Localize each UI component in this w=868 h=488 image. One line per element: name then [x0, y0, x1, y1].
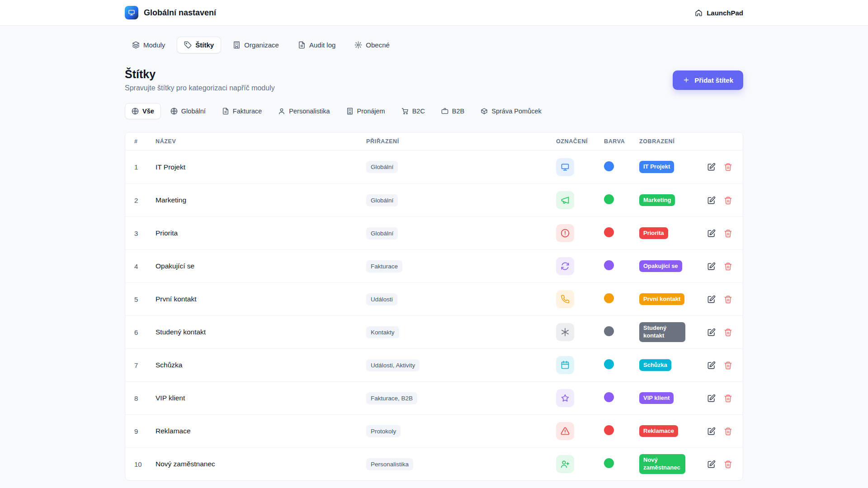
- mark-chip: [556, 323, 574, 341]
- add-tag-button[interactable]: Přidat štítek: [673, 70, 743, 90]
- plus-icon: [683, 76, 690, 84]
- app-title: Globální nastavení: [144, 8, 216, 18]
- filter-label: Personalistika: [289, 108, 330, 115]
- edit-button[interactable]: [707, 460, 716, 469]
- file-text-icon: [222, 108, 229, 115]
- tab-label: Audit log: [309, 41, 335, 49]
- row-number: 3: [134, 230, 156, 237]
- mark-cell: [556, 158, 604, 176]
- color-dot: [604, 425, 614, 435]
- filter-pronajem[interactable]: Pronájem: [340, 103, 392, 119]
- assignment-chip: Události: [366, 293, 397, 305]
- edit-button[interactable]: [707, 196, 716, 205]
- mark-cell: [556, 191, 604, 209]
- delete-button[interactable]: [724, 460, 732, 469]
- edit-button[interactable]: [707, 163, 716, 171]
- edit-button[interactable]: [707, 295, 716, 304]
- delete-button[interactable]: [724, 163, 732, 171]
- display-badge: Studený kontakt: [639, 322, 685, 342]
- tab-moduly[interactable]: Moduly: [125, 37, 172, 53]
- delete-button[interactable]: [724, 328, 732, 337]
- alert-circle-icon: [561, 229, 570, 238]
- display-cell: Marketing: [639, 194, 707, 206]
- trash-icon: [724, 163, 732, 171]
- assignment-chip: Globální: [366, 227, 398, 239]
- delete-button[interactable]: [724, 394, 732, 403]
- display-cell: IT Projekt: [639, 161, 707, 173]
- assignment-cell: Personalistika: [366, 458, 556, 470]
- delete-button[interactable]: [724, 361, 732, 370]
- layers-icon: [132, 41, 140, 49]
- tab-label: Organizace: [244, 41, 279, 49]
- edit-icon: [707, 427, 716, 436]
- launchpad-link[interactable]: LaunchPad: [695, 9, 743, 17]
- assignment-cell: Události, Aktivity: [366, 359, 556, 371]
- delete-button[interactable]: [724, 427, 732, 436]
- mark-cell: [556, 422, 604, 440]
- snowflake-icon: [561, 328, 570, 337]
- delete-button[interactable]: [724, 295, 732, 304]
- filter-b2c[interactable]: B2C: [395, 103, 432, 119]
- filter-personalistika[interactable]: Personalistika: [271, 103, 336, 119]
- mark-chip: [556, 191, 574, 209]
- edit-button[interactable]: [707, 394, 716, 403]
- delete-button[interactable]: [724, 262, 732, 271]
- filter-vse[interactable]: Vše: [125, 103, 161, 119]
- globe-icon: [132, 108, 139, 115]
- filter-sprava-pomucek[interactable]: Správa Pomůcek: [474, 103, 548, 119]
- display-badge: Reklamace: [639, 425, 678, 437]
- add-tag-button-label: Přidat štítek: [694, 76, 733, 84]
- header-assignment: Přiřazení: [366, 138, 556, 145]
- edit-button[interactable]: [707, 328, 716, 337]
- filter-label: B2C: [412, 108, 425, 115]
- edit-button[interactable]: [707, 262, 716, 271]
- tab-audit-log[interactable]: Audit log: [291, 37, 343, 53]
- filter-label: Fakturace: [233, 108, 262, 115]
- edit-button[interactable]: [707, 229, 716, 238]
- tag-name: Opakující se: [156, 262, 366, 270]
- tag-name: Priorita: [156, 229, 366, 237]
- mark-cell: [556, 455, 604, 473]
- main-content: ModulyŠtítkyOrganizaceAudit logObecné Št…: [125, 26, 743, 488]
- display-cell: První kontakt: [639, 293, 707, 305]
- trash-icon: [724, 460, 732, 469]
- trash-icon: [724, 328, 732, 337]
- edit-icon: [707, 196, 716, 205]
- display-badge: První kontakt: [639, 293, 684, 305]
- assignment-cell: Fakturace, B2B: [366, 392, 556, 404]
- delete-button[interactable]: [724, 196, 732, 205]
- assignment-cell: Události: [366, 293, 556, 305]
- mark-chip: [556, 290, 574, 308]
- table-row: 5První kontaktUdálostiPrvní kontakt: [125, 282, 743, 315]
- filter-fakturace[interactable]: Fakturace: [215, 103, 269, 119]
- filter-globalni[interactable]: Globální: [164, 103, 212, 119]
- edit-button[interactable]: [707, 427, 716, 436]
- building-icon: [233, 41, 241, 49]
- tab-obecne[interactable]: Obecné: [347, 37, 397, 53]
- plus-icon: [683, 76, 690, 84]
- delete-button[interactable]: [724, 229, 732, 238]
- tag-icon: [184, 41, 192, 49]
- color-dot: [604, 194, 614, 204]
- trash-icon: [724, 427, 732, 436]
- color-cell: [604, 392, 639, 404]
- row-number: 10: [134, 460, 156, 468]
- filter-b2b[interactable]: B2B: [434, 103, 471, 119]
- table-header-row: # Název Přiřazení Označení Barva Zobraze…: [125, 132, 743, 150]
- assignment-chip: Protokoly: [366, 425, 401, 437]
- page-head-text: Štítky Spravujte štítky pro kategorizaci…: [125, 68, 275, 92]
- mark-cell: [556, 257, 604, 275]
- tab-stitky[interactable]: Štítky: [177, 37, 221, 53]
- row-actions: [707, 163, 734, 171]
- display-badge: Priorita: [639, 227, 668, 239]
- display-cell: Opakující se: [639, 260, 707, 272]
- filter-label: Pronájem: [357, 108, 385, 115]
- row-actions: [707, 262, 734, 271]
- home-icon: [695, 9, 703, 17]
- mark-chip: [556, 224, 574, 242]
- user-icon: [278, 108, 285, 115]
- header-mark: Označení: [556, 138, 604, 145]
- tab-organizace[interactable]: Organizace: [226, 37, 286, 53]
- edit-button[interactable]: [707, 361, 716, 370]
- color-cell: [604, 260, 639, 272]
